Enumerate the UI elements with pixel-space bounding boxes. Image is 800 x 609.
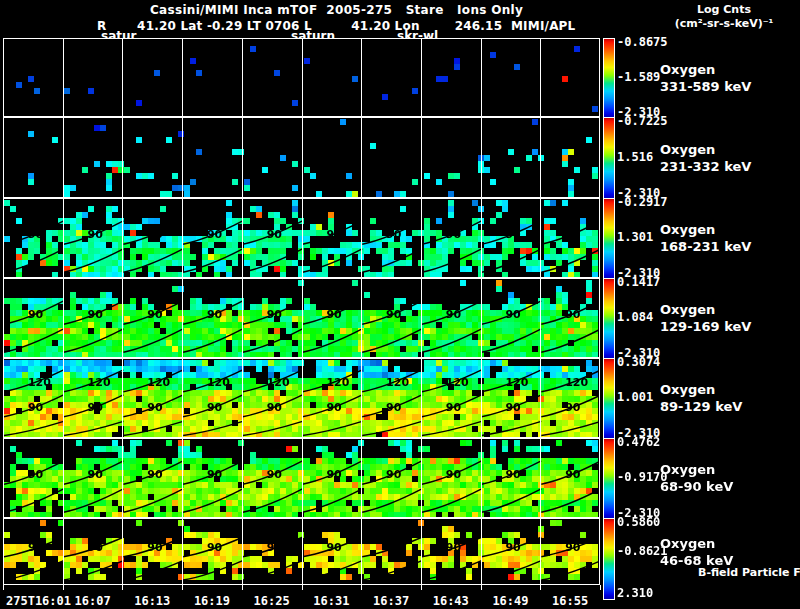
panel-divider: [182, 199, 183, 277]
panel-divider: [540, 519, 541, 584]
panel-divider: [302, 359, 303, 437]
time-tick: [481, 585, 482, 590]
panel-divider: [302, 279, 303, 357]
panel-divider: [302, 39, 303, 116]
panel-divider: [182, 118, 183, 197]
energy-band-panel-6: 90909090909090909090: [3, 438, 600, 518]
panel-divider: [182, 39, 183, 116]
panel-divider: [242, 39, 243, 116]
panel-divider: [63, 279, 64, 357]
panel-divider: [63, 439, 64, 517]
panel-divider: [481, 439, 482, 517]
time-label-2: 16:13: [134, 594, 170, 608]
colorbar-band-3: [603, 198, 615, 280]
energy-band-label-2: Oxygen231-332 keV: [660, 141, 751, 175]
time-label-9: 16:55: [552, 594, 588, 608]
band-energy-label: 46-68 keV: [660, 552, 733, 569]
energy-band-panel-5: 1209012090120901209012090120901209012090…: [3, 358, 600, 438]
energy-band-label-3: Oxygen168-231 keV: [660, 221, 751, 255]
colorbar-band-7: [603, 518, 615, 600]
energy-band-label-1: Oxygen331-589 keV: [660, 61, 751, 95]
time-label-4: 16:25: [254, 594, 290, 608]
colorbar-tick-mid-band-3: 1.301: [617, 230, 653, 244]
colorbar-tick-max-band-4: 0.1417: [617, 275, 660, 289]
panel-divider: [63, 39, 64, 116]
time-tick: [182, 585, 183, 590]
time-tick: [600, 585, 601, 590]
panel-divider: [421, 39, 422, 116]
panel-divider: [182, 439, 183, 517]
panel-divider: [421, 199, 422, 277]
panel-divider: [242, 279, 243, 357]
energy-band-panel-2: [3, 117, 600, 198]
colorbar-tick-mid-band-2: 1.516: [617, 150, 653, 164]
panel-divider: [361, 519, 362, 584]
panel-divider: [122, 519, 123, 584]
panel-divider: [421, 519, 422, 584]
band-energy-label: 68-90 keV: [660, 478, 733, 495]
plot-subtitle: R 41.20 Lat -0.29 LT 0706 L 41.20 Lon 24…: [97, 19, 575, 33]
band-species-label: Oxygen: [660, 461, 733, 478]
panel-divider: [540, 439, 541, 517]
panel-divider: [481, 359, 482, 437]
colorbar-tick-min-band-7: 2.310: [617, 586, 653, 600]
time-tick: [540, 585, 541, 590]
panel-divider: [302, 519, 303, 584]
band-energy-label: 89-129 keV: [660, 398, 742, 415]
panel-divider: [481, 199, 482, 277]
energy-band-panel-4: 90909090909090909090: [3, 278, 600, 358]
colorbar-tick-mid-band-5: 1.001: [617, 390, 653, 404]
panel-divider: [540, 279, 541, 357]
time-label-7: 16:43: [433, 594, 469, 608]
panel-divider: [63, 199, 64, 277]
colorbar-title-units: (cm²-sr-s-keV)⁻¹: [650, 17, 798, 31]
colorbar-tick-max-band-6: 0.4762: [617, 435, 660, 449]
energy-band-label-5: Oxygen89-129 keV: [660, 381, 742, 415]
colorbar-band-2: [603, 117, 615, 200]
band-energy-label: 231-332 keV: [660, 158, 751, 175]
panel-divider: [182, 279, 183, 357]
panel-divider: [421, 439, 422, 517]
energy-band-label-6: Oxygen68-90 keV: [660, 461, 733, 495]
plot-title: Cassini/MIMI Inca mTOF 2005-275 Stare Io…: [150, 3, 523, 17]
panel-divider: [421, 359, 422, 437]
colorbar-tick-mid-band-1: -1.589: [617, 70, 660, 84]
panel-divider: [122, 359, 123, 437]
panel-divider: [242, 359, 243, 437]
panel-divider: [421, 118, 422, 197]
time-tick: [3, 585, 4, 590]
colorbar-band-6: [603, 438, 615, 520]
energy-band-label-7: Oxygen46-68 keV: [660, 535, 733, 569]
panel-divider: [63, 519, 64, 584]
colorbar-tick-max-band-2: -0.7225: [617, 114, 668, 128]
panel-divider: [302, 439, 303, 517]
panel-divider: [481, 39, 482, 116]
panel-divider: [421, 279, 422, 357]
colorbar-band-5: [603, 358, 615, 440]
panel-divider: [122, 439, 123, 517]
time-label-0: 275T16:01: [6, 594, 71, 608]
panel-divider: [481, 118, 482, 197]
time-label-8: 16:49: [492, 594, 528, 608]
time-label-6: 16:37: [373, 594, 409, 608]
band-species-label: Oxygen: [660, 221, 751, 238]
colorbar-tick-max-band-1: -0.8675: [617, 35, 668, 49]
panel-divider: [540, 359, 541, 437]
colorbar-tick-max-band-3: -0.2917: [617, 195, 668, 209]
panel-divider: [361, 199, 362, 277]
panel-divider: [540, 199, 541, 277]
panel-divider: [481, 279, 482, 357]
panel-divider: [182, 359, 183, 437]
time-label-1: 16:07: [74, 594, 110, 608]
time-tick: [302, 585, 303, 590]
colorbar-tick-mid-band-4: 1.084: [617, 310, 653, 324]
panel-divider: [63, 118, 64, 197]
time-tick: [63, 585, 64, 590]
colorbar-band-4: [603, 278, 615, 360]
band-species-label: Oxygen: [660, 535, 733, 552]
panel-divider: [361, 39, 362, 116]
panel-divider: [242, 199, 243, 277]
panel-divider: [361, 359, 362, 437]
band-species-label: Oxygen: [660, 301, 751, 318]
band-species-label: Oxygen: [660, 381, 742, 398]
